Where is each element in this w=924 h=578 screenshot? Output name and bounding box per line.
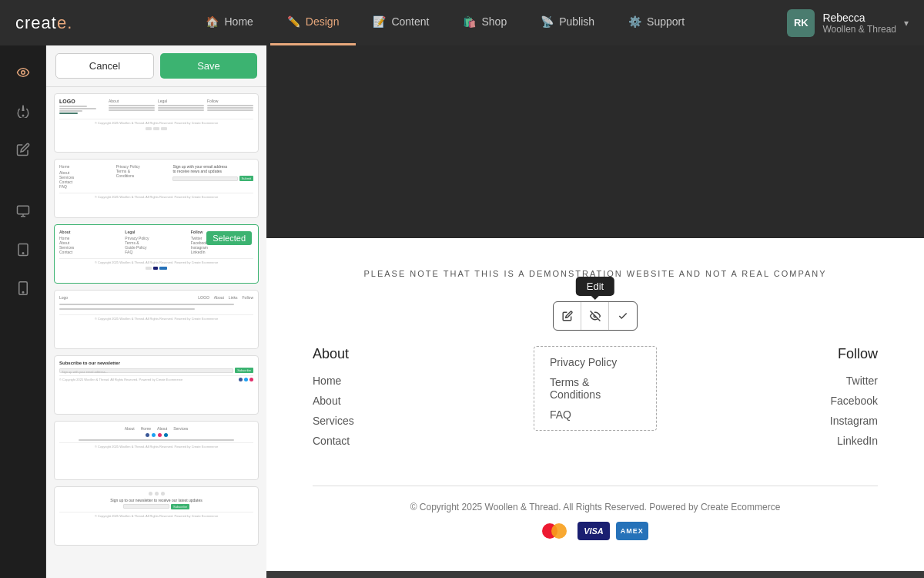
design-icon: ✏️: [287, 15, 300, 28]
edit-toolbar-wrapper: Edit: [313, 301, 878, 331]
template-thumb-7[interactable]: Sign up to our newsletter to receive our…: [54, 486, 259, 546]
template-thumb-3[interactable]: Selected About Home About Services Conta…: [54, 224, 259, 284]
nav-item-design[interactable]: ✏️ Design: [270, 0, 357, 45]
svg-point-6: [22, 292, 24, 294]
sidebar-edit-icon[interactable]: [8, 134, 38, 165]
shop-icon: 🛍️: [463, 15, 476, 28]
main-layout: Cancel Save LOGO Abou: [0, 45, 924, 578]
main-canvas: PLEASE NOTE THAT THIS IS A DEMONSTRATION…: [266, 45, 924, 578]
footer-columns: About Home About Services Contact Privac…: [313, 346, 878, 455]
template-thumb-5[interactable]: Subscribe to our newsletter Sign up with…: [54, 355, 259, 415]
legal-dashed-box: Privacy Policy Terms & Conditions FAQ: [534, 346, 657, 431]
svg-rect-2: [17, 206, 28, 214]
nav-item-support[interactable]: ⚙️ Support: [611, 0, 701, 45]
template-thumb-1[interactable]: LOGO About Lega: [54, 93, 259, 153]
mastercard-icon: [542, 522, 571, 540]
edit-icon-bar: [553, 301, 638, 331]
follow-link-twitter[interactable]: Twitter: [689, 375, 878, 387]
avatar: RK: [787, 9, 815, 37]
app-logo: create.: [15, 13, 72, 33]
nav-items: 🏠 Home ✏️ Design 📝 Content 🛍️ Shop 📡 Pub…: [103, 0, 787, 45]
support-icon: ⚙️: [628, 15, 641, 28]
top-navigation: create. 🏠 Home ✏️ Design 📝 Content 🛍️ Sh…: [0, 0, 924, 45]
svg-point-4: [22, 253, 24, 254]
about-link-home[interactable]: Home: [313, 375, 501, 387]
legal-link-privacy[interactable]: Privacy Policy: [550, 356, 641, 368]
about-column: About Home About Services Contact: [313, 346, 501, 455]
template-panel: Cancel Save LOGO Abou: [46, 45, 266, 578]
chevron-down-icon[interactable]: ▾: [904, 18, 909, 29]
cancel-button[interactable]: Cancel: [55, 53, 154, 79]
follow-link-linkedin[interactable]: LinkedIn: [689, 435, 878, 447]
visa-icon: VISA: [578, 522, 610, 540]
home-icon: 🏠: [206, 15, 219, 28]
amex-icon: AMEX: [616, 522, 648, 540]
sidebar-desktop-icon[interactable]: [8, 196, 38, 227]
sidebar-tablet-icon[interactable]: [8, 234, 38, 265]
sidebar-view-icon[interactable]: [8, 57, 38, 88]
selected-badge: Selected: [206, 231, 252, 245]
nav-item-publish[interactable]: 📡 Publish: [524, 0, 611, 45]
dark-section: [266, 45, 924, 238]
nav-item-home[interactable]: 🏠 Home: [189, 0, 270, 45]
about-link-contact[interactable]: Contact: [313, 435, 501, 447]
follow-link-instagram[interactable]: Instagram: [689, 415, 878, 427]
svg-point-1: [22, 115, 24, 116]
user-info: Rebecca Woollen & Thread: [822, 12, 896, 35]
follow-heading: Follow: [689, 346, 878, 362]
about-heading: About: [313, 346, 501, 362]
footer-bottom: © Copyright 2025 Woollen & Thread. All R…: [313, 486, 878, 540]
legal-column: Privacy Policy Terms & Conditions FAQ: [501, 346, 690, 455]
edit-hide-button[interactable]: [581, 302, 609, 330]
footer-section: PLEASE NOTE THAT THIS IS A DEMONSTRATION…: [266, 238, 924, 571]
follow-link-facebook[interactable]: Facebook: [689, 395, 878, 407]
publish-icon: 📡: [541, 15, 554, 28]
mastercard-yellow-circle: [551, 523, 567, 539]
about-link-services[interactable]: Services: [313, 415, 501, 427]
content-icon: 📝: [373, 15, 386, 28]
nav-item-shop[interactable]: 🛍️ Shop: [446, 0, 524, 45]
edit-pencil-button[interactable]: [554, 302, 581, 330]
save-button[interactable]: Save: [160, 53, 257, 79]
payment-icons: VISA AMEX: [313, 522, 878, 540]
follow-column: Follow Twitter Facebook Instagram Linked…: [689, 346, 878, 455]
copyright-text: © Copyright 2025 Woollen & Thread. All R…: [313, 502, 878, 512]
template-thumb-2[interactable]: Home About Services Contact FAQ Privacy …: [54, 159, 259, 218]
nav-item-content[interactable]: 📝 Content: [356, 0, 446, 45]
legal-link-terms[interactable]: Terms & Conditions: [550, 376, 641, 401]
user-subtitle: Woollen & Thread: [822, 24, 896, 35]
edit-tooltip: Edit: [576, 277, 614, 296]
template-list[interactable]: LOGO About Lega: [46, 87, 266, 578]
about-link-about[interactable]: About: [313, 395, 501, 407]
icon-sidebar: [0, 45, 46, 578]
template-thumb-6[interactable]: About Home About Services © Copyright 20…: [54, 421, 259, 480]
svg-point-0: [21, 71, 25, 75]
user-name: Rebecca: [822, 12, 896, 24]
sidebar-paint-icon[interactable]: [8, 96, 38, 126]
user-area: RK Rebecca Woollen & Thread ▾: [787, 9, 909, 37]
template-actions: Cancel Save: [46, 45, 266, 87]
legal-link-faq[interactable]: FAQ: [550, 408, 641, 421]
template-thumb-4[interactable]: Logo LOGO About Links Follow © Copyright…: [54, 290, 259, 349]
sidebar-mobile-icon[interactable]: [8, 273, 38, 304]
edit-check-button[interactable]: [609, 302, 637, 330]
